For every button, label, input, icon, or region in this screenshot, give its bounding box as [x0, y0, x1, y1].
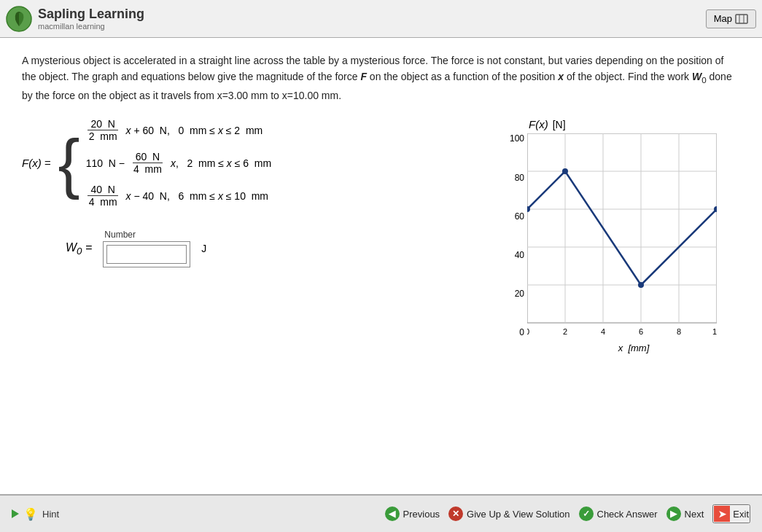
piece-row-2: 110 N − 60 N 4 mm x, 2 mm ≤ x ≤ 6 mm [86, 151, 272, 175]
svg-rect-1 [736, 15, 747, 23]
y-axis-labels: 0 20 40 60 80 100 [507, 133, 527, 337]
next-icon: ▶ [666, 506, 681, 521]
content-area: F(x) = { 20 N 2 mm x + 60 N, 0 mm ≤ x ≤ … [22, 118, 740, 353]
number-box-wrapper: Number [103, 230, 190, 267]
svg-text:8: 8 [677, 327, 681, 336]
top-bar: Sapling Learning macmillan learning Map [0, 0, 762, 38]
equation-block: F(x) = { 20 N 2 mm x + 60 N, 0 mm ≤ x ≤ … [22, 118, 492, 208]
hint-label: Hint [42, 509, 59, 520]
svg-text:10: 10 [712, 327, 717, 336]
sapling-logo-icon [6, 6, 32, 32]
expr-1: x + 60 N, 0 mm ≤ x ≤ 2 mm [126, 125, 263, 136]
problem-text: A mysterious object is accelerated in a … [22, 52, 740, 103]
graph-svg: 0 2 4 6 8 10 [527, 133, 717, 337]
den-2: 4 mm [131, 163, 165, 175]
map-icon [735, 13, 748, 25]
fx-label: F(x) = [22, 157, 51, 169]
num-2: 60 N [133, 151, 163, 163]
logo-title: Sapling Learning [38, 7, 144, 22]
next-button[interactable]: ▶ Next [666, 506, 704, 521]
previous-button[interactable]: ◀ Previous [385, 506, 440, 521]
logo-text: Sapling Learning macmillan learning [38, 7, 144, 31]
svg-text:2: 2 [563, 327, 567, 336]
input-row: W0 = Number J [66, 230, 492, 267]
piece-row-1: 20 N 2 mm x + 60 N, 0 mm ≤ x ≤ 2 mm [86, 118, 272, 142]
previous-label: Previous [403, 509, 440, 520]
equations-area: F(x) = { 20 N 2 mm x + 60 N, 0 mm ≤ x ≤ … [22, 118, 492, 267]
map-button[interactable]: Map [706, 9, 756, 28]
exit-button[interactable]: ➤ Exit [712, 504, 750, 523]
graph-title-unit: [N] [553, 119, 566, 130]
next-label: Next [685, 509, 704, 520]
map-label: Map [714, 13, 732, 24]
logo-area: Sapling Learning macmillan learning [6, 6, 144, 32]
check-answer-button[interactable]: ✓ Check Answer [579, 506, 658, 521]
expr-3: x − 40 N, 6 mm ≤ x ≤ 10 mm [126, 190, 268, 202]
expr-2: x, 2 mm ≤ x ≤ 6 mm [171, 157, 271, 169]
expr-2-prefix: 110 N − [86, 157, 125, 169]
graph-title-fx: F(x) [529, 118, 548, 130]
big-brace: { [58, 118, 80, 208]
svg-point-16 [562, 168, 568, 174]
unit-label: J [201, 243, 206, 254]
den-1: 2 mm [86, 130, 120, 142]
give-up-button[interactable]: ✕ Give Up & View Solution [448, 506, 569, 521]
piecewise-list: 20 N 2 mm x + 60 N, 0 mm ≤ x ≤ 2 mm 110 … [86, 118, 272, 208]
svg-rect-4 [527, 133, 717, 323]
svg-text:4: 4 [601, 327, 605, 336]
hint-area[interactable]: 💡 Hint [12, 507, 59, 521]
give-up-icon: ✕ [448, 506, 463, 521]
bottom-bar: 💡 Hint ◀ Previous ✕ Give Up & View Solut… [0, 494, 762, 532]
check-icon: ✓ [579, 506, 594, 521]
exit-icon: ➤ [714, 506, 730, 522]
den-3: 4 mm [86, 196, 120, 208]
check-label: Check Answer [597, 509, 658, 520]
brace-container: { 20 N 2 mm x + 60 N, 0 mm ≤ x ≤ 2 mm [58, 118, 272, 208]
previous-icon: ◀ [385, 506, 400, 521]
fraction-1: 20 N 2 mm [86, 118, 120, 142]
svg-text:0: 0 [527, 327, 529, 336]
piece-row-3: 40 N 4 mm x − 40 N, 6 mm ≤ x ≤ 10 mm [86, 184, 272, 208]
svg-text:6: 6 [639, 327, 643, 336]
x-axis-label: x [mm] [527, 343, 740, 353]
num-1: 20 N [88, 118, 117, 130]
number-label: Number [103, 230, 190, 240]
w0-label: W0 = [66, 241, 92, 257]
number-input-box [103, 241, 190, 267]
give-up-label: Give Up & View Solution [467, 509, 569, 520]
bulb-icon: 💡 [23, 507, 38, 521]
graph-area: F(x) [N] 0 20 40 60 80 100 [507, 118, 740, 353]
exit-label: Exit [733, 509, 749, 520]
play-icon [12, 509, 19, 518]
fraction-2: 60 N 4 mm [131, 151, 165, 175]
main-content: A mysterious object is accelerated in a … [0, 38, 762, 494]
w0-input[interactable] [106, 245, 187, 264]
nav-buttons: ◀ Previous ✕ Give Up & View Solution ✓ C… [385, 504, 750, 523]
graph-container: 0 2 4 6 8 10 [527, 133, 717, 340]
logo-subtitle: macmillan learning [38, 22, 144, 31]
num-3: 40 N [88, 184, 117, 196]
svg-point-17 [638, 282, 644, 288]
fraction-3: 40 N 4 mm [86, 184, 120, 208]
